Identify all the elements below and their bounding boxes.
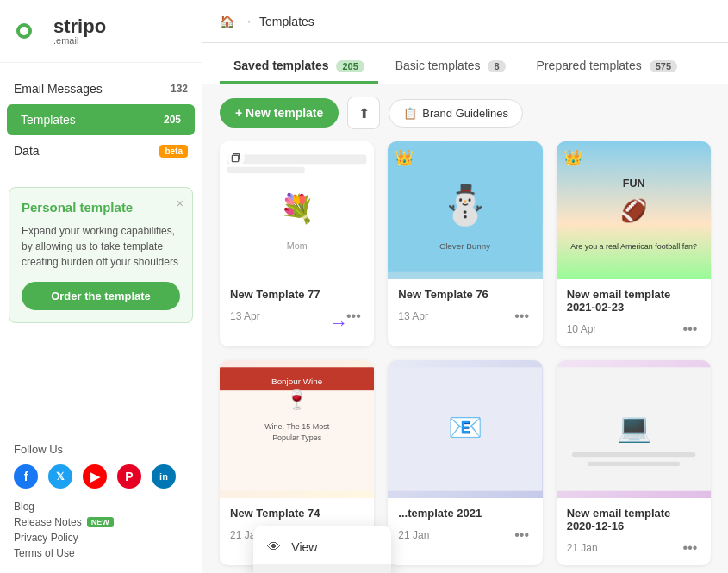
privacy-policy-link[interactable]: Privacy Policy <box>14 532 188 544</box>
import-button[interactable]: ⬆ <box>347 97 380 129</box>
svg-text:🏈: 🏈 <box>620 197 648 224</box>
sidebar-item-email-messages[interactable]: Email Messages 132 <box>0 73 202 104</box>
template-card[interactable]: 💐 Mom New Template 77 13 Apr ••• <box>220 141 374 346</box>
tab-prepared-count: 575 <box>650 60 677 72</box>
svg-text:Popular Types: Popular Types <box>272 433 322 442</box>
card-date: 13 Apr <box>230 310 260 322</box>
card-menu-button[interactable]: ••• <box>512 306 532 327</box>
logo-text: stripo <box>53 17 106 36</box>
svg-text:FUN: FUN <box>622 178 644 190</box>
blog-link[interactable]: Blog <box>14 501 188 513</box>
logo: stripo .email <box>0 0 202 63</box>
sidebar-nav: Email Messages 132 Templates 205 Data be… <box>0 63 202 177</box>
card-menu-button[interactable]: ••• <box>512 525 532 545</box>
personal-template-description: Expand your working capabilities, by all… <box>22 223 180 270</box>
tab-basic-templates[interactable]: Basic templates 8 <box>382 50 520 84</box>
card-menu-button[interactable]: ••• <box>343 306 364 327</box>
tab-prepared-templates[interactable]: Prepared templates 575 <box>523 50 691 84</box>
breadcrumb-home[interactable]: 🏠 <box>220 15 234 28</box>
card-thumbnail: 💻 <box>557 360 711 498</box>
ctx-view[interactable]: 👁 View <box>253 531 391 564</box>
card-meta: 13 Apr ••• <box>398 306 532 327</box>
svg-rect-28 <box>572 452 695 457</box>
svg-rect-29 <box>588 462 681 466</box>
sidebar-item-data[interactable]: Data beta <box>0 135 202 166</box>
ctx-copy[interactable]: Copy <box>253 564 391 573</box>
privacy-policy-label: Privacy Policy <box>14 532 78 544</box>
sidebar-item-label: Templates <box>21 113 76 127</box>
template-card[interactable]: Bonjour Wine Wine. The 15 Most Popular T… <box>220 360 374 565</box>
youtube-icon[interactable]: ▶ <box>83 464 107 489</box>
sidebar-item-label: Email Messages <box>14 82 103 96</box>
new-template-button[interactable]: + New template <box>220 98 339 128</box>
card-date: 10 Apr <box>567 323 597 335</box>
topbar: 🏠 → Templates <box>202 0 728 43</box>
tab-saved-templates[interactable]: Saved templates 205 <box>220 50 378 84</box>
facebook-icon[interactable]: f <box>14 464 38 489</box>
svg-rect-4 <box>227 167 305 173</box>
card-meta: 21 Jan ••• <box>398 525 532 545</box>
copy-template-icon[interactable] <box>227 148 246 167</box>
svg-point-1 <box>20 27 28 35</box>
svg-text:💐: 💐 <box>280 192 315 225</box>
card-meta: 21 Jan ••• <box>567 538 700 558</box>
personal-template-close-button[interactable]: × <box>177 196 184 210</box>
card-title: New Template 74 <box>230 507 364 520</box>
card-thumbnail: 📧 <box>388 360 542 498</box>
card-menu-button[interactable]: ••• <box>680 319 700 339</box>
logo-subtext: .email <box>53 36 106 46</box>
card-meta: 10 Apr ••• <box>567 319 700 339</box>
import-icon: ⬆ <box>358 105 370 121</box>
svg-text:Bonjour Wine: Bonjour Wine <box>271 377 323 386</box>
view-icon: 👁 <box>265 539 283 555</box>
terms-of-use-label: Terms of Use <box>14 547 75 559</box>
tab-basic-count: 8 <box>488 60 505 72</box>
svg-point-7 <box>227 149 245 166</box>
template-card[interactable]: FUN 🏈 Are you a real American football f… <box>557 141 711 346</box>
tab-prepared-label: Prepared templates <box>537 59 642 72</box>
thumbnail-svg: Bonjour Wine Wine. The 15 Most Popular T… <box>220 360 374 498</box>
card-thumbnail: 💐 Mom <box>220 141 374 279</box>
thumbnail-svg: 💻 <box>557 360 711 498</box>
card-meta: 13 Apr ••• <box>230 306 364 327</box>
card-date: 21 Jan <box>567 542 598 554</box>
order-template-button[interactable]: Order the template <box>22 282 180 310</box>
svg-text:📧: 📧 <box>448 411 483 444</box>
card-title: New Template 77 <box>230 288 364 301</box>
card-title: New email template 2020-12-16 <box>567 507 700 533</box>
sidebar: stripo .email Email Messages 132 Templat… <box>0 0 202 573</box>
pinterest-icon[interactable]: P <box>117 464 141 489</box>
svg-text:Are you a real American footba: Are you a real American football fan? <box>570 242 697 251</box>
brand-icon: 📋 <box>403 107 417 120</box>
tab-basic-label: Basic templates <box>395 59 481 72</box>
release-notes-link[interactable]: Release Notes NEW <box>14 516 188 528</box>
card-title: New Template 76 <box>398 288 532 301</box>
personal-template-card: Personal template × Expand your working … <box>9 187 193 323</box>
footer-links: Blog Release Notes NEW Privacy Policy Te… <box>14 501 188 559</box>
social-icons: f 𝕏 ▶ P in <box>14 464 188 489</box>
linkedin-icon[interactable]: in <box>152 464 176 489</box>
brand-guidelines-button[interactable]: 📋 Brand Guidelines <box>389 99 523 128</box>
twitter-icon[interactable]: 𝕏 <box>48 464 72 489</box>
card-body: New Template 76 13 Apr ••• <box>388 279 542 333</box>
terms-of-use-link[interactable]: Terms of Use <box>14 547 188 559</box>
template-card[interactable]: 📧 ...template 2021 21 Jan ••• <box>388 360 542 565</box>
tabs-bar: Saved templates 205 Basic templates 8 Pr… <box>202 43 728 84</box>
card-body: New email template 2021-02-23 10 Apr ••• <box>557 279 711 346</box>
svg-text:Wine. The 15 Most: Wine. The 15 Most <box>264 422 329 431</box>
toolbar: + New template ⬆ 📋 Brand Guidelines <box>202 84 728 141</box>
template-card[interactable]: ⛄ Clever Bunny 👑 New Template 76 13 Apr … <box>388 141 542 346</box>
copy-icon-svg <box>227 148 246 167</box>
template-card[interactable]: 💻 New email template 2020-12-16 21 Jan •… <box>557 360 711 565</box>
card-menu-button[interactable]: ••• <box>680 538 700 558</box>
tab-saved-count: 205 <box>336 60 364 72</box>
thumbnail-svg: 📧 <box>388 360 542 498</box>
card-body: New Template 77 13 Apr ••• <box>220 279 374 333</box>
svg-text:💻: 💻 <box>616 411 651 444</box>
svg-text:🍷: 🍷 <box>285 389 308 411</box>
new-badge: NEW <box>87 517 114 527</box>
sidebar-item-templates[interactable]: Templates 205 <box>7 104 195 135</box>
card-thumbnail: FUN 🏈 Are you a real American football f… <box>557 141 711 279</box>
tab-saved-label: Saved templates <box>233 59 329 72</box>
crown-icon: 👑 <box>563 148 582 167</box>
